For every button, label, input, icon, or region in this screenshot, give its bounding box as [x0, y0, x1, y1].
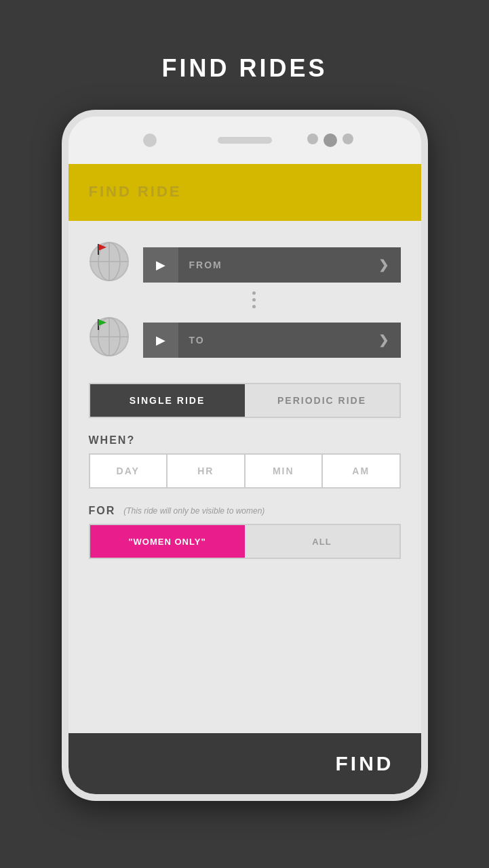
for-section: FOR (This ride will only be visible to w…	[89, 505, 401, 559]
from-globe-svg	[89, 241, 130, 282]
from-chevron-icon: ❯	[378, 257, 390, 272]
to-globe-svg	[89, 316, 130, 357]
app-header: FIND RIDE	[69, 164, 421, 221]
from-location-button[interactable]: ▶	[143, 247, 178, 283]
for-note: (This ride will only be visible to women…	[123, 506, 265, 516]
from-input-field[interactable]: FROM ❯	[178, 247, 401, 283]
day-placeholder: DAY	[117, 466, 140, 476]
for-label: FOR	[89, 505, 116, 517]
route-section: ▶ FROM ❯	[89, 241, 401, 364]
from-globe-icon	[89, 241, 136, 289]
page-title: FIND RIDES	[161, 54, 327, 83]
to-input-group[interactable]: ▶ TO ❯	[143, 323, 401, 358]
all-button[interactable]: ALL	[245, 525, 399, 558]
phone-side-btn-left	[62, 252, 64, 286]
camera-dot-2	[324, 133, 337, 147]
to-chevron-icon: ❯	[378, 333, 390, 348]
camera-dots	[307, 133, 353, 147]
day-cell[interactable]: DAY	[90, 455, 168, 487]
to-location-button[interactable]: ▶	[143, 323, 178, 358]
front-camera	[143, 133, 157, 147]
single-ride-label: SINGLE RIDE	[130, 395, 205, 406]
to-location-arrow-icon: ▶	[156, 333, 165, 348]
from-input-group[interactable]: ▶ FROM ❯	[143, 247, 401, 283]
hr-cell[interactable]: HR	[168, 455, 246, 487]
route-connector	[108, 291, 401, 308]
phone-top-bar	[69, 117, 421, 164]
connector-dot-3	[252, 305, 256, 308]
women-only-button[interactable]: "WOMEN ONLY"	[90, 525, 245, 558]
for-toggle: "WOMEN ONLY" ALL	[89, 524, 401, 559]
find-bar: FIND	[69, 733, 421, 794]
to-input-field[interactable]: TO ❯	[178, 323, 401, 358]
when-label: WHEN?	[89, 434, 401, 447]
phone-speaker	[218, 137, 272, 144]
phone-side-btn-right	[425, 286, 428, 340]
app-header-title: FIND RIDE	[89, 183, 182, 200]
to-input-label: TO	[189, 335, 205, 346]
hr-placeholder: HR	[197, 466, 214, 476]
ride-type-section: SINGLE RIDE PERIODIC RIDE	[89, 383, 401, 418]
find-button[interactable]: FIND	[336, 752, 394, 775]
all-label: ALL	[312, 537, 331, 547]
to-globe-icon	[89, 316, 136, 364]
for-header: FOR (This ride will only be visible to w…	[89, 505, 401, 517]
min-placeholder: MIN	[273, 466, 294, 476]
phone-frame: FIND RIDE	[62, 110, 428, 801]
time-row[interactable]: DAY HR MIN AM	[89, 453, 401, 489]
single-ride-button[interactable]: SINGLE RIDE	[90, 384, 245, 417]
app-content: FIND RIDE	[69, 164, 421, 794]
camera-dot-3	[343, 133, 353, 144]
app-form: ▶ FROM ❯	[69, 221, 421, 733]
periodic-ride-label: PERIODIC RIDE	[277, 395, 366, 406]
women-only-label: "WOMEN ONLY"	[128, 537, 206, 547]
when-section: WHEN? DAY HR MIN AM	[89, 434, 401, 489]
am-placeholder: AM	[352, 466, 370, 476]
min-cell[interactable]: MIN	[246, 455, 324, 487]
connector-dot-2	[252, 298, 256, 302]
from-row: ▶ FROM ❯	[89, 241, 401, 289]
from-input-label: FROM	[189, 260, 222, 270]
connector-dot-1	[252, 291, 256, 295]
to-row: ▶ TO ❯	[89, 316, 401, 364]
camera-dot-1	[307, 133, 318, 144]
ride-type-toggle: SINGLE RIDE PERIODIC RIDE	[89, 383, 401, 418]
am-cell[interactable]: AM	[323, 455, 399, 487]
location-arrow-icon: ▶	[156, 257, 165, 272]
periodic-ride-button[interactable]: PERIODIC RIDE	[245, 384, 399, 417]
